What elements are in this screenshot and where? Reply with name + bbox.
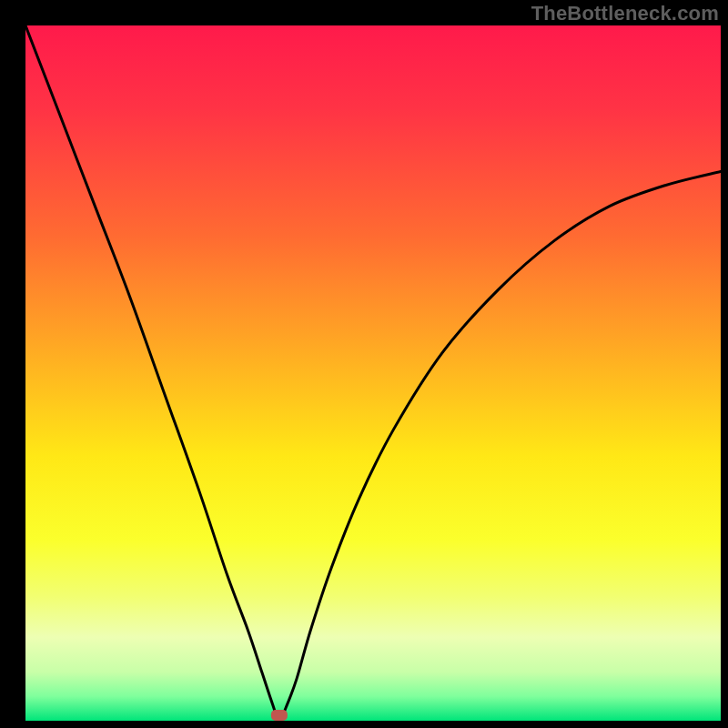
chart-svg xyxy=(0,0,728,728)
chart-frame: TheBottleneck.com xyxy=(0,0,728,728)
watermark-text: TheBottleneck.com xyxy=(531,2,719,25)
minimum-marker xyxy=(271,710,288,721)
gradient-background xyxy=(25,25,721,721)
